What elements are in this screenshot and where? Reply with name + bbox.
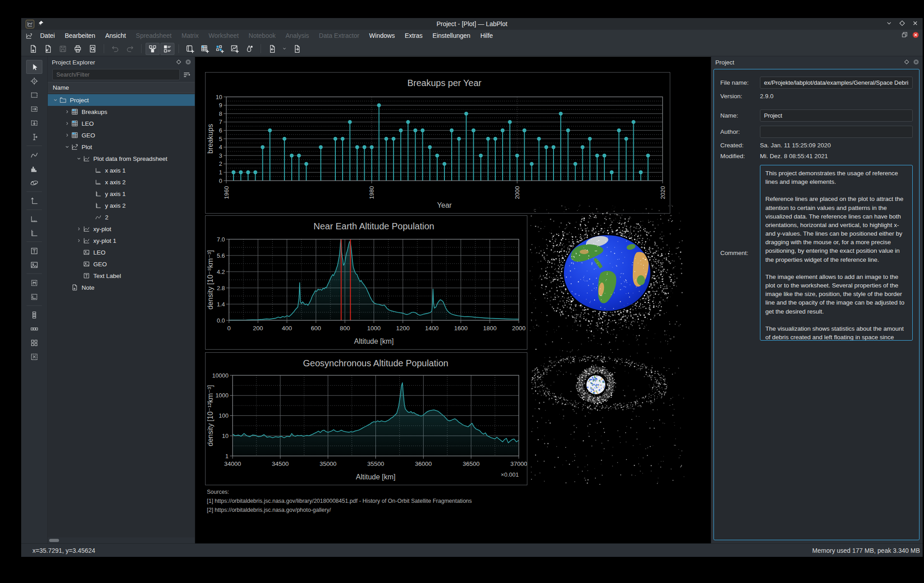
tree-item-xy-plot[interactable]: xy-plot [48, 223, 195, 235]
plot-near-earth-altitude[interactable]: 02004006008001000120014001600180020000.0… [205, 215, 527, 350]
tree-horizontal-scrollbar[interactable] [48, 537, 195, 543]
new-spreadsheet-button[interactable] [198, 43, 212, 55]
worksheet-view[interactable]: 1960198020002020012345678910Breakups per… [195, 56, 711, 543]
undo-button[interactable] [108, 43, 122, 55]
comment-textarea[interactable]: This project demonstrates the usage of r… [760, 165, 913, 341]
maximize-window-icon[interactable] [899, 20, 905, 28]
tree-item-leo[interactable]: LEO [48, 246, 195, 258]
file-name-input[interactable] [760, 77, 913, 89]
earth-geo-debris-image[interactable] [531, 349, 684, 485]
toggle-properties-explorer-button[interactable] [160, 43, 174, 55]
menu-bearbeiten[interactable]: Bearbeiten [60, 31, 101, 41]
author-input[interactable] [760, 126, 913, 138]
zoom-y-select-button[interactable] [26, 116, 42, 130]
import-menu-button[interactable] [280, 43, 289, 55]
crosshair-mode-button[interactable] [26, 74, 42, 88]
float-dock-icon[interactable] [904, 59, 909, 66]
expand-icon[interactable] [63, 121, 71, 126]
add-xy-curve-button[interactable] [26, 148, 42, 162]
add-axis-button[interactable] [26, 194, 42, 208]
add-fourier-filter-button[interactable] [26, 176, 42, 190]
add-image-button[interactable] [26, 258, 42, 272]
zoom-select-button[interactable] [26, 88, 42, 102]
close-window-icon[interactable] [912, 20, 918, 28]
new-matrix-button[interactable] [213, 43, 227, 55]
tree-item-geo[interactable]: GEO [48, 258, 195, 270]
new-workbook-button[interactable] [183, 43, 197, 55]
expand-icon[interactable] [75, 227, 82, 231]
tree-item-plot-data-from-spreadsheet[interactable]: Plot data from Spreadsheet [48, 153, 195, 164]
filter-options-icon[interactable] [183, 71, 190, 78]
tree-item-breakups[interactable]: Breakups [48, 106, 195, 118]
tree-item-leo[interactable]: LEO [48, 118, 195, 129]
mdi-close-icon[interactable] [912, 32, 919, 40]
tree-item-geo[interactable]: GEO [48, 129, 195, 141]
menu-datei[interactable]: Datei [35, 31, 60, 41]
print-button[interactable] [71, 43, 85, 55]
open-project-button[interactable] [41, 43, 55, 55]
plot-geosynchronous-altitude[interactable]: 3400034500350003550036000365003700011010… [205, 352, 527, 485]
add-plot-four-axes-button[interactable] [26, 276, 42, 290]
import-button[interactable] [265, 43, 279, 55]
arrange-grid-button[interactable] [26, 336, 42, 350]
menu-einstellungen[interactable]: Einstellungen [428, 31, 476, 41]
svg-text:8: 8 [219, 110, 222, 117]
project-name-input[interactable] [760, 109, 913, 122]
sources-text-label[interactable]: Sources: [1] https://orbitaldebris.jsc.n… [207, 487, 472, 515]
titlebar[interactable]: Project - [Plot] — LabPlot [21, 18, 923, 30]
collapse-icon[interactable] [75, 156, 82, 161]
tree-item-x-axis-2[interactable]: x axis 2 [48, 176, 195, 188]
arrange-vertical-button[interactable] [26, 308, 42, 322]
toggle-project-explorer-button[interactable] [146, 43, 160, 55]
close-dock-icon[interactable] [913, 59, 919, 66]
tree-item-2[interactable]: 2 [48, 211, 195, 223]
export-button[interactable] [290, 43, 304, 55]
save-project-button[interactable] [56, 43, 70, 55]
pin-icon[interactable] [38, 20, 44, 28]
tree-item-note[interactable]: Note [48, 282, 195, 293]
svg-text:1800: 1800 [483, 325, 497, 332]
print-preview-button[interactable] [86, 43, 100, 55]
menu-ansicht[interactable]: Ansicht [100, 31, 131, 41]
redo-button[interactable] [123, 43, 137, 55]
tree-column-header-name[interactable]: Name [48, 82, 195, 93]
tree-item-project[interactable]: Project [48, 94, 195, 106]
tree-item-label: Plot [82, 144, 92, 150]
earth-leo-debris-image[interactable] [530, 205, 683, 345]
tree-item-y-axis-2[interactable]: y axis 2 [48, 200, 195, 211]
collapse-icon[interactable] [51, 98, 59, 102]
close-dock-icon[interactable] [185, 59, 191, 66]
expand-icon[interactable] [63, 133, 71, 137]
menu-extras[interactable]: Extras [400, 31, 428, 41]
float-dock-icon[interactable] [176, 59, 181, 66]
add-plot-two-axes-button[interactable] [26, 290, 42, 304]
expand-icon[interactable] [63, 109, 71, 114]
new-worksheet-button[interactable] [228, 43, 242, 55]
add-x-axis-button[interactable] [26, 212, 42, 226]
expand-icon[interactable] [75, 238, 82, 243]
plot-breakups-per-year[interactable]: 1960198020002020012345678910Breakups per… [205, 72, 670, 214]
break-layout-button[interactable] [26, 350, 42, 364]
tree-item-y-axis-1[interactable]: y axis 1 [48, 188, 195, 200]
mdi-restore-icon[interactable] [901, 32, 908, 40]
arrange-horizontal-button[interactable] [26, 322, 42, 336]
new-project-button[interactable] [26, 43, 40, 55]
add-y-axis-button[interactable] [26, 226, 42, 240]
svg-text:Altitude [km]: Altitude [km] [354, 337, 393, 345]
tree-item-xy-plot-1[interactable]: xy-plot 1 [48, 235, 195, 246]
color-theme-button[interactable] [242, 43, 256, 55]
select-mode-button[interactable] [26, 60, 42, 74]
tree-item-text-label[interactable]: Text Label [48, 270, 195, 282]
toolbar-separator [104, 44, 104, 53]
add-histogram-button[interactable] [26, 162, 42, 176]
tree-item-plot[interactable]: Plot [48, 141, 195, 153]
menu-hilfe[interactable]: Hilfe [476, 31, 498, 41]
cursor-line-button[interactable] [26, 130, 42, 144]
add-text-label-button[interactable] [26, 244, 42, 258]
tree-item-x-axis-1[interactable]: x axis 1 [48, 164, 195, 176]
search-filter-input[interactable] [52, 69, 180, 80]
collapse-icon[interactable] [63, 145, 71, 149]
menu-windows[interactable]: Windows [364, 31, 400, 41]
shade-window-icon[interactable] [886, 20, 892, 28]
zoom-x-select-button[interactable] [26, 102, 42, 116]
